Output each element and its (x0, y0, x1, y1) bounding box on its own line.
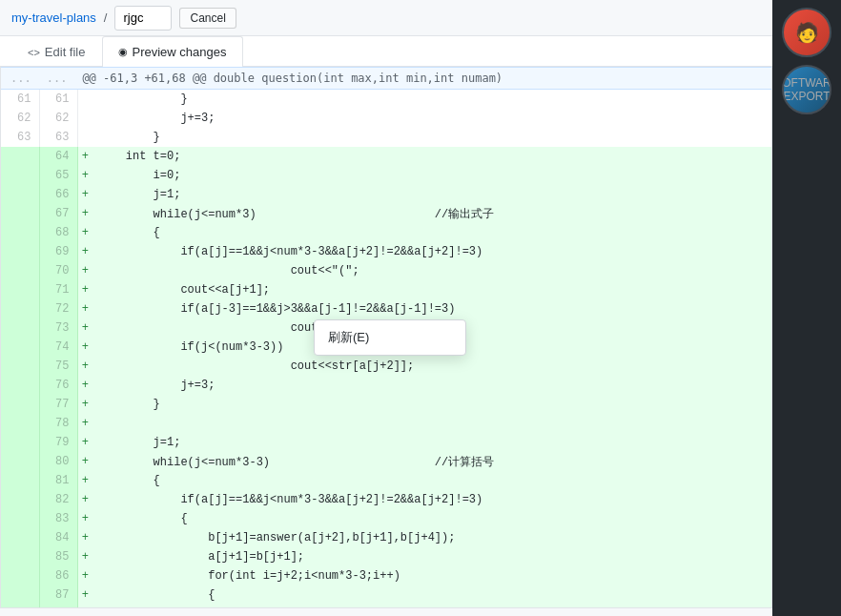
table-row: 86 + for(int i=j+2;i<num*3-3;i++) (1, 566, 771, 585)
table-row: 64 + int t=0; (1, 147, 771, 166)
breadcrumb-repo[interactable]: my-travel-plans (11, 10, 96, 25)
cancel-button[interactable]: Cancel (179, 8, 236, 29)
table-row: 67 + while(j<=num*3) //输出式子 (1, 204, 771, 223)
context-menu[interactable]: 刷新(E) (314, 319, 466, 356)
tab-edit-file[interactable]: <> Edit file (11, 36, 102, 67)
avatar-2[interactable]: SOFTWARE EXPORT (782, 65, 831, 114)
table-row: 84 + b[j+1]=answer(a[j+2],b[j+1],b[j+4])… (1, 528, 771, 547)
edit-icon: <> (28, 47, 40, 58)
table-row: 70 + cout<<"("; (1, 261, 771, 280)
table-row: 72 + if(a[j-3]==1&&j>3&&a[j-1]!=2&&a[j-1… (1, 299, 771, 318)
table-row: 63 63 } (1, 128, 771, 147)
avatar-1[interactable]: 🧑 (782, 8, 831, 57)
table-row: 66 + j=1; (1, 185, 771, 204)
breadcrumb-sep: / (104, 10, 108, 25)
table-row: 82 + if(a[j]==1&&j<num*3-3&&a[j+2]!=2&&a… (1, 490, 771, 509)
sidebar: 🧑 SOFTWARE EXPORT (772, 0, 841, 608)
table-row: 76 + j+=3; (1, 376, 771, 395)
table-row: 79 + j=1; (1, 433, 771, 452)
diff-container[interactable]: ... ... @@ -61,3 +61,68 @@ double questi… (0, 67, 772, 608)
table-row: 61 61 } (1, 90, 771, 109)
table-row: 62 62 j+=3; (1, 109, 771, 128)
tab-bar: <> Edit file ◉ Preview changes (0, 36, 772, 67)
tab-preview-changes[interactable]: ◉ Preview changes (102, 36, 243, 67)
table-row: 69 + if(a[j]==1&&j<num*3-3&&a[j+2]!=2&&a… (1, 242, 771, 261)
main-content: my-travel-plans / Cancel <> Edit file ◉ … (0, 0, 772, 608)
table-row: 87 + { (1, 585, 771, 605)
top-bar: my-travel-plans / Cancel (0, 0, 772, 36)
table-row: 71 + cout<<a[j+1]; (1, 280, 771, 299)
filename-input[interactable] (114, 6, 172, 31)
table-row: 83 + { (1, 509, 771, 528)
table-row: 75 + cout<<str[a[j+2]]; (1, 357, 771, 376)
table-row: 68 + { (1, 223, 771, 242)
table-row: 81 + { (1, 471, 771, 490)
table-row: 85 + a[j+1]=b[j+1]; (1, 547, 771, 566)
context-menu-refresh[interactable]: 刷新(E) (315, 324, 465, 351)
diff-header: ... ... @@ -61,3 +61,68 @@ double questi… (1, 67, 771, 90)
table-row: 77 + } (1, 395, 771, 414)
preview-icon: ◉ (118, 46, 128, 58)
table-row: 65 + i=0; (1, 166, 771, 185)
table-row: 80 + while(j<=num*3-3) //计算括号 (1, 452, 771, 471)
table-row: 78 + (1, 414, 771, 433)
table-row: 88 + a[i]=a[i+3]; (1, 605, 771, 608)
